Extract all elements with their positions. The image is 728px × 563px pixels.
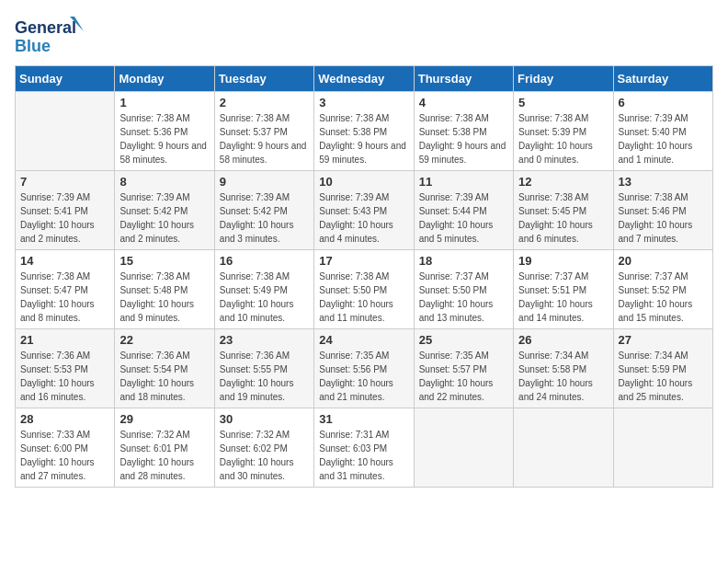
day-number: 12 [518, 175, 608, 189]
day-number: 8 [119, 175, 209, 189]
day-info: Sunrise: 7:38 AMSunset: 5:45 PMDaylight:… [518, 190, 608, 246]
day-info: Sunrise: 7:39 AMSunset: 5:40 PMDaylight:… [619, 111, 708, 167]
day-info: Sunrise: 7:34 AMSunset: 5:59 PMDaylight:… [619, 349, 708, 404]
calendar-week-2: 7Sunrise: 7:39 AMSunset: 5:41 PMDaylight… [16, 171, 713, 250]
calendar-cell: 13Sunrise: 7:38 AMSunset: 5:46 PMDayligh… [613, 171, 712, 250]
calendar-cell: 26Sunrise: 7:34 AMSunset: 5:58 PMDayligh… [514, 329, 613, 408]
calendar-cell: 23Sunrise: 7:36 AMSunset: 5:55 PMDayligh… [214, 329, 313, 408]
logo-svg: GeneralBlue [15, 15, 88, 56]
day-number: 7 [20, 175, 109, 189]
day-number: 24 [319, 333, 408, 347]
calendar-cell: 22Sunrise: 7:36 AMSunset: 5:54 PMDayligh… [115, 329, 214, 408]
header-cell-saturday: Saturday [613, 66, 712, 92]
calendar-cell: 8Sunrise: 7:39 AMSunset: 5:42 PMDaylight… [115, 171, 214, 250]
day-info: Sunrise: 7:34 AMSunset: 5:58 PMDaylight:… [518, 349, 608, 404]
day-info: Sunrise: 7:31 AMSunset: 6:03 PMDaylight:… [319, 428, 408, 483]
day-info: Sunrise: 7:35 AMSunset: 5:56 PMDaylight:… [319, 349, 408, 404]
day-number: 13 [619, 175, 708, 189]
day-number: 1 [119, 96, 209, 109]
day-info: Sunrise: 7:38 AMSunset: 5:37 PMDaylight:… [220, 111, 309, 167]
calendar-cell: 29Sunrise: 7:32 AMSunset: 6:01 PMDayligh… [115, 408, 214, 488]
day-info: Sunrise: 7:38 AMSunset: 5:50 PMDaylight:… [319, 270, 408, 325]
day-info: Sunrise: 7:36 AMSunset: 5:55 PMDaylight:… [220, 349, 309, 404]
day-number: 5 [518, 96, 608, 109]
calendar-cell: 15Sunrise: 7:38 AMSunset: 5:48 PMDayligh… [115, 250, 214, 329]
header-cell-wednesday: Wednesday [314, 66, 414, 92]
day-number: 29 [119, 412, 209, 426]
day-info: Sunrise: 7:38 AMSunset: 5:38 PMDaylight:… [419, 111, 508, 167]
day-number: 30 [220, 412, 309, 426]
day-number: 28 [20, 412, 109, 426]
calendar-cell: 10Sunrise: 7:39 AMSunset: 5:43 PMDayligh… [314, 171, 414, 250]
day-number: 4 [419, 96, 508, 109]
calendar-cell: 14Sunrise: 7:38 AMSunset: 5:47 PMDayligh… [16, 250, 115, 329]
calendar-cell: 4Sunrise: 7:38 AMSunset: 5:38 PMDaylight… [414, 92, 513, 171]
day-number: 3 [319, 96, 408, 109]
calendar-week-3: 14Sunrise: 7:38 AMSunset: 5:47 PMDayligh… [16, 250, 713, 329]
calendar-cell: 2Sunrise: 7:38 AMSunset: 5:37 PMDaylight… [214, 92, 313, 171]
calendar-cell: 1Sunrise: 7:38 AMSunset: 5:36 PMDaylight… [115, 92, 214, 171]
calendar-cell [613, 408, 712, 488]
day-number: 25 [419, 333, 508, 347]
day-info: Sunrise: 7:33 AMSunset: 6:00 PMDaylight:… [20, 428, 109, 483]
calendar-week-1: 1Sunrise: 7:38 AMSunset: 5:36 PMDaylight… [16, 92, 713, 171]
day-info: Sunrise: 7:32 AMSunset: 6:01 PMDaylight:… [119, 428, 209, 483]
calendar-cell: 17Sunrise: 7:38 AMSunset: 5:50 PMDayligh… [314, 250, 414, 329]
day-info: Sunrise: 7:38 AMSunset: 5:46 PMDaylight:… [619, 190, 708, 246]
calendar-cell: 18Sunrise: 7:37 AMSunset: 5:50 PMDayligh… [414, 250, 513, 329]
calendar-cell: 9Sunrise: 7:39 AMSunset: 5:42 PMDaylight… [214, 171, 313, 250]
calendar-cell: 28Sunrise: 7:33 AMSunset: 6:00 PMDayligh… [16, 408, 115, 488]
calendar-body: 1Sunrise: 7:38 AMSunset: 5:36 PMDaylight… [16, 92, 713, 488]
svg-text:Blue: Blue [15, 37, 51, 55]
day-info: Sunrise: 7:38 AMSunset: 5:48 PMDaylight:… [119, 270, 209, 325]
day-info: Sunrise: 7:36 AMSunset: 5:53 PMDaylight:… [20, 349, 109, 404]
calendar-cell: 24Sunrise: 7:35 AMSunset: 5:56 PMDayligh… [314, 329, 414, 408]
calendar-cell: 3Sunrise: 7:38 AMSunset: 5:38 PMDaylight… [314, 92, 414, 171]
day-info: Sunrise: 7:39 AMSunset: 5:44 PMDaylight:… [419, 190, 508, 246]
day-info: Sunrise: 7:38 AMSunset: 5:38 PMDaylight:… [319, 111, 408, 167]
calendar-cell: 20Sunrise: 7:37 AMSunset: 5:52 PMDayligh… [613, 250, 712, 329]
day-number: 10 [319, 175, 408, 189]
calendar-cell: 12Sunrise: 7:38 AMSunset: 5:45 PMDayligh… [514, 171, 613, 250]
header-cell-monday: Monday [115, 66, 214, 92]
page-header: GeneralBlue [15, 15, 713, 56]
header-cell-sunday: Sunday [16, 66, 115, 92]
day-info: Sunrise: 7:39 AMSunset: 5:42 PMDaylight:… [220, 190, 309, 246]
logo: GeneralBlue [15, 15, 88, 56]
day-number: 16 [220, 254, 309, 268]
calendar-cell: 31Sunrise: 7:31 AMSunset: 6:03 PMDayligh… [314, 408, 414, 488]
calendar-cell: 25Sunrise: 7:35 AMSunset: 5:57 PMDayligh… [414, 329, 513, 408]
day-number: 15 [119, 254, 209, 268]
day-number: 14 [20, 254, 109, 268]
calendar-week-5: 28Sunrise: 7:33 AMSunset: 6:00 PMDayligh… [16, 408, 713, 488]
calendar-cell: 27Sunrise: 7:34 AMSunset: 5:59 PMDayligh… [613, 329, 712, 408]
day-number: 17 [319, 254, 408, 268]
day-number: 26 [518, 333, 608, 347]
header-cell-tuesday: Tuesday [214, 66, 313, 92]
day-info: Sunrise: 7:39 AMSunset: 5:41 PMDaylight:… [20, 190, 109, 246]
calendar-cell: 6Sunrise: 7:39 AMSunset: 5:40 PMDaylight… [613, 92, 712, 171]
day-number: 2 [220, 96, 309, 109]
day-number: 22 [119, 333, 209, 347]
calendar-cell: 7Sunrise: 7:39 AMSunset: 5:41 PMDaylight… [16, 171, 115, 250]
calendar-cell: 11Sunrise: 7:39 AMSunset: 5:44 PMDayligh… [414, 171, 513, 250]
day-info: Sunrise: 7:38 AMSunset: 5:49 PMDaylight:… [220, 270, 309, 325]
calendar-cell: 30Sunrise: 7:32 AMSunset: 6:02 PMDayligh… [214, 408, 313, 488]
day-number: 11 [419, 175, 508, 189]
day-number: 31 [319, 412, 408, 426]
day-info: Sunrise: 7:37 AMSunset: 5:52 PMDaylight:… [619, 270, 708, 325]
day-info: Sunrise: 7:39 AMSunset: 5:42 PMDaylight:… [119, 190, 209, 246]
day-number: 20 [619, 254, 708, 268]
calendar-cell: 5Sunrise: 7:38 AMSunset: 5:39 PMDaylight… [514, 92, 613, 171]
day-info: Sunrise: 7:38 AMSunset: 5:36 PMDaylight:… [119, 111, 209, 167]
calendar-cell [514, 408, 613, 488]
day-number: 6 [619, 96, 708, 109]
calendar-table: SundayMondayTuesdayWednesdayThursdayFrid… [15, 65, 713, 488]
calendar-cell: 19Sunrise: 7:37 AMSunset: 5:51 PMDayligh… [514, 250, 613, 329]
calendar-cell: 21Sunrise: 7:36 AMSunset: 5:53 PMDayligh… [16, 329, 115, 408]
calendar-cell [414, 408, 513, 488]
day-info: Sunrise: 7:37 AMSunset: 5:51 PMDaylight:… [518, 270, 608, 325]
header-row: SundayMondayTuesdayWednesdayThursdayFrid… [16, 66, 713, 92]
day-number: 18 [419, 254, 508, 268]
calendar-cell: 16Sunrise: 7:38 AMSunset: 5:49 PMDayligh… [214, 250, 313, 329]
